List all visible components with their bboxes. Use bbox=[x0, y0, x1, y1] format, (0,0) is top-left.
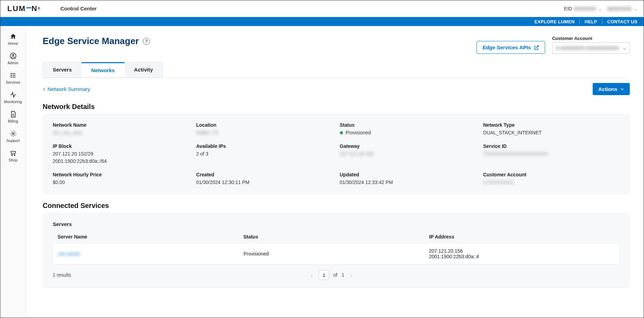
available-ips-label: Available IPs bbox=[196, 143, 333, 149]
svg-point-8 bbox=[12, 133, 14, 135]
chevron-left-icon bbox=[43, 87, 46, 92]
network-details-heading: Network Details bbox=[43, 103, 630, 111]
hourly-price-label: Network Hourly Price bbox=[53, 172, 189, 177]
chevron-down-icon bbox=[620, 87, 624, 91]
actions-button[interactable]: Actions bbox=[593, 83, 630, 95]
gateway-label: Gateway bbox=[340, 143, 476, 149]
sidebar-label: Shop bbox=[9, 158, 18, 162]
total-pages: 1 bbox=[342, 272, 344, 278]
user-icon bbox=[10, 52, 17, 59]
tab-activity[interactable]: Activity bbox=[124, 62, 163, 77]
network-name-value: xxx_xxx_xxxx bbox=[53, 129, 189, 136]
location-value: Dallas, TX bbox=[196, 129, 333, 136]
top-header: LUMN® Control Center EID XXXXXXX ⌵ testX… bbox=[0, 0, 644, 17]
sidebar-item-services[interactable]: Services bbox=[0, 68, 26, 88]
hourly-price-value: $0.00 bbox=[53, 179, 189, 186]
connected-services-heading: Connected Services bbox=[43, 202, 630, 210]
of-text: of bbox=[333, 272, 337, 278]
servers-subheading: Servers bbox=[53, 221, 620, 227]
app-name: Control Center bbox=[60, 6, 97, 11]
home-icon bbox=[10, 33, 17, 40]
tab-servers[interactable]: Servers bbox=[43, 62, 81, 77]
prev-page-button[interactable]: ‹ bbox=[309, 272, 315, 278]
updated-value: 01/30/2024 12:33:42 PM bbox=[340, 179, 476, 186]
tab-networks[interactable]: Networks bbox=[81, 62, 124, 77]
gateway-value: 207.121.20.153 bbox=[340, 150, 476, 158]
col-status: Status bbox=[243, 234, 429, 240]
sidebar-label: Billing bbox=[8, 119, 18, 123]
service-id-value: TXXXXXXXXXXXXXXXXXXX bbox=[483, 150, 620, 158]
updated-label: Updated bbox=[340, 172, 476, 177]
customer-account-select[interactable]: X-XXXXXXXX-XXXXXXXXXXX bbox=[552, 42, 630, 54]
sidebar-label: Monitoring bbox=[4, 100, 22, 104]
service-id-label: Service ID bbox=[483, 143, 620, 149]
svg-rect-7 bbox=[12, 77, 15, 77]
main-content: Edge Service Manager ? Edge Services API… bbox=[26, 26, 644, 318]
servers-table-header: Server Name Status IP Address bbox=[53, 231, 620, 243]
external-link-icon bbox=[534, 45, 539, 50]
sidebar-label: Admin bbox=[8, 61, 18, 65]
network-type-value: DUAL_STACK_INTERNET bbox=[483, 129, 620, 136]
sidebar-item-billing[interactable]: Billing bbox=[0, 107, 26, 127]
svg-point-1 bbox=[12, 54, 14, 56]
next-page-button[interactable]: › bbox=[349, 272, 354, 278]
created-label: Created bbox=[196, 172, 333, 177]
help-icon[interactable]: ? bbox=[143, 38, 150, 45]
global-nav-bar: EXPLORE LUMEN HELP CONTACT US bbox=[0, 17, 644, 26]
server-ip: 207.121.20.156 2001:1900:22b3:d0a::4 bbox=[429, 248, 615, 259]
created-value: 01/30/2024 12:30:11 PM bbox=[196, 179, 333, 186]
svg-point-4 bbox=[10, 75, 11, 76]
page-input[interactable] bbox=[319, 270, 329, 280]
back-link[interactable]: Network Summary bbox=[43, 86, 90, 92]
svg-point-2 bbox=[10, 73, 11, 74]
activity-icon bbox=[10, 91, 17, 98]
svg-rect-5 bbox=[12, 75, 15, 76]
edge-apis-button[interactable]: Edge Services APIs bbox=[476, 41, 545, 54]
tabs: Servers Networks Activity bbox=[43, 62, 163, 78]
status-dot-icon bbox=[340, 131, 343, 134]
explore-link[interactable]: EXPLORE LUMEN bbox=[534, 19, 575, 24]
customer-account-label: Customer Account bbox=[552, 36, 630, 41]
svg-rect-3 bbox=[12, 73, 15, 74]
connected-services-card: Servers Server Name Status IP Address xx… bbox=[43, 213, 630, 288]
available-ips-value: 2 of 3 bbox=[196, 150, 333, 158]
results-count: 1 results bbox=[53, 272, 71, 278]
page-title: Edge Service Manager ? bbox=[43, 36, 150, 47]
sidebar-label: Services bbox=[6, 80, 20, 84]
customer-account-detail-value: X-XXXXXXXX bbox=[483, 179, 620, 186]
svg-point-6 bbox=[10, 76, 11, 77]
ip-block-label: IP Block bbox=[53, 143, 189, 149]
sidebar-label: Home bbox=[8, 41, 18, 45]
sidebar: Home Admin Services Monitoring Billing S… bbox=[0, 26, 26, 318]
network-details-card: Network Name xxx_xxx_xxxx Location Dalla… bbox=[43, 114, 630, 194]
table-row[interactable]: xxx-server Provisioned 207.121.20.156 20… bbox=[53, 243, 620, 265]
network-type-label: Network Type bbox=[483, 122, 620, 128]
location-label: Location bbox=[196, 122, 333, 128]
server-status: Provisioned bbox=[243, 251, 429, 257]
eid-selector[interactable]: EID XXXXXXX ⌵ bbox=[564, 6, 601, 11]
chevron-down-icon: ⌵ bbox=[599, 7, 601, 11]
network-name-label: Network Name bbox=[53, 122, 189, 128]
list-icon bbox=[10, 72, 17, 79]
pagination: 1 results ‹ of 1 › bbox=[53, 270, 620, 280]
cart-icon bbox=[10, 150, 17, 157]
sidebar-item-admin[interactable]: Admin bbox=[0, 49, 26, 68]
svg-point-10 bbox=[14, 155, 15, 156]
col-ip: IP Address bbox=[429, 234, 615, 240]
contact-link[interactable]: CONTACT US bbox=[602, 19, 637, 24]
svg-point-9 bbox=[11, 155, 12, 156]
status-value: Provisioned bbox=[340, 129, 476, 136]
sidebar-item-home[interactable]: Home bbox=[0, 30, 26, 49]
sidebar-item-support[interactable]: Support bbox=[0, 127, 26, 146]
customer-account-detail-label: Customer Account bbox=[483, 172, 620, 177]
sidebar-item-monitoring[interactable]: Monitoring bbox=[0, 88, 26, 107]
sidebar-item-shop[interactable]: Shop bbox=[0, 146, 26, 166]
col-server-name: Server Name bbox=[58, 234, 243, 240]
ip-block-value: 207.121.20.152/29 2001:1900:22b3:d0a::/6… bbox=[53, 150, 189, 165]
status-label: Status bbox=[340, 122, 476, 128]
chevron-down-icon: ⌵ bbox=[634, 7, 637, 11]
server-name-link[interactable]: xxx-server bbox=[58, 251, 243, 257]
sidebar-label: Support bbox=[6, 139, 20, 143]
user-selector[interactable]: testXXXXX ⌵ bbox=[608, 6, 637, 11]
help-link[interactable]: HELP bbox=[579, 19, 597, 24]
